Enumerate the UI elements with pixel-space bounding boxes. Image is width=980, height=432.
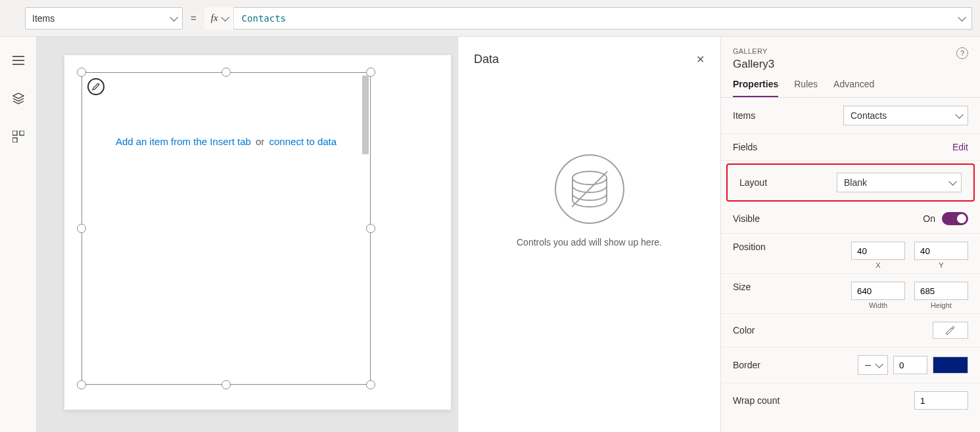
prop-layout-value: Blank xyxy=(844,177,867,188)
formula-input[interactable]: Contacts xyxy=(234,7,972,30)
prop-items-dropdown[interactable]: Contacts xyxy=(843,106,968,125)
position-x-input[interactable] xyxy=(851,242,905,260)
props-control-name: Gallery3 xyxy=(733,58,774,71)
properties-panel: GALLERY Gallery3 ? Properties Rules Adva… xyxy=(720,37,980,432)
layout-highlight: Layout Blank xyxy=(726,163,975,202)
color-picker[interactable] xyxy=(933,322,968,339)
border-style-dropdown[interactable] xyxy=(858,355,888,375)
prop-visible: Visible On xyxy=(721,204,980,234)
data-panel-title: Data xyxy=(474,53,499,66)
fx-button[interactable]: fx xyxy=(204,7,234,30)
resize-handle[interactable] xyxy=(77,224,86,233)
prop-border-label: Border xyxy=(733,360,760,370)
prop-layout-label: Layout xyxy=(739,177,767,188)
resize-handle[interactable] xyxy=(222,68,231,77)
fields-edit-link[interactable]: Edit xyxy=(952,142,968,152)
prop-position: Position X Y xyxy=(721,234,980,274)
prop-items: Items Contacts xyxy=(721,98,980,134)
svg-rect-0 xyxy=(12,131,17,135)
prop-color: Color xyxy=(721,314,980,347)
svg-rect-1 xyxy=(20,131,24,135)
position-y-input[interactable] xyxy=(914,242,968,260)
prop-size: Size Width Height xyxy=(721,274,980,314)
prop-wrap-label: Wrap count xyxy=(733,395,780,406)
prop-color-label: Color xyxy=(733,325,755,335)
prop-visible-label: Visible xyxy=(733,213,760,224)
resize-handle[interactable] xyxy=(366,224,375,233)
resize-handle[interactable] xyxy=(77,380,86,389)
prop-items-label: Items xyxy=(733,110,755,121)
prop-fields-label: Fields xyxy=(733,142,757,152)
width-sublabel: Width xyxy=(851,301,905,309)
resize-handle[interactable] xyxy=(77,68,86,77)
prop-border: Border xyxy=(721,347,980,383)
svg-line-5 xyxy=(572,171,607,207)
x-sublabel: X xyxy=(851,261,905,269)
border-width-input[interactable] xyxy=(893,356,927,374)
tab-rules[interactable]: Rules xyxy=(794,79,818,97)
left-rail xyxy=(0,37,37,432)
resize-handle[interactable] xyxy=(222,380,231,389)
canvas-screen[interactable]: Add an item from the Insert tab or conne… xyxy=(64,55,451,410)
prop-visible-state: On xyxy=(923,213,935,224)
y-sublabel: Y xyxy=(914,261,968,269)
connect-data-link[interactable]: connect to data xyxy=(269,136,337,147)
formula-text: Contacts xyxy=(242,13,286,24)
apps-icon[interactable] xyxy=(11,129,26,144)
pencil-icon[interactable] xyxy=(87,78,105,95)
gallery-control[interactable]: Add an item from the Insert tab or conne… xyxy=(82,72,371,385)
placeholder-text[interactable]: Add an item from the Insert tab xyxy=(116,136,251,147)
tab-advanced[interactable]: Advanced xyxy=(833,79,874,97)
chevron-down-icon xyxy=(221,13,227,24)
prop-layout: Layout Blank xyxy=(734,169,967,196)
help-icon[interactable]: ? xyxy=(956,47,968,59)
resize-handle[interactable] xyxy=(366,380,375,389)
equals-sign: = xyxy=(191,12,197,24)
property-selector-label: Items xyxy=(32,13,55,24)
resize-handle[interactable] xyxy=(366,68,375,77)
wrap-count-input[interactable] xyxy=(914,391,968,410)
chevron-down-icon xyxy=(958,13,964,24)
data-panel: Data ✕ Controls you add will show up her… xyxy=(457,37,720,432)
svg-rect-2 xyxy=(12,138,17,142)
chevron-down-icon xyxy=(955,110,961,121)
chevron-down-icon xyxy=(875,360,881,370)
fx-label: fx xyxy=(211,12,218,24)
prop-position-label: Position xyxy=(733,242,766,252)
border-color-picker[interactable] xyxy=(933,356,968,374)
data-empty-text: Controls you add will show up here. xyxy=(517,237,662,248)
formula-bar: Items = fx Contacts xyxy=(0,0,980,37)
prop-layout-dropdown[interactable]: Blank xyxy=(837,173,962,192)
visible-toggle[interactable] xyxy=(942,212,968,225)
prop-items-value: Contacts xyxy=(851,110,887,121)
props-tabs: Properties Rules Advanced xyxy=(721,71,980,98)
size-width-input[interactable] xyxy=(851,282,905,300)
hamburger-icon[interactable] xyxy=(11,53,26,68)
height-sublabel: Height xyxy=(914,301,968,309)
layers-icon[interactable] xyxy=(11,91,26,106)
property-selector[interactable]: Items xyxy=(25,7,183,30)
database-empty-icon xyxy=(553,153,626,225)
gallery-placeholder: Add an item from the Insert tab or conne… xyxy=(82,136,370,147)
props-eyebrow: GALLERY xyxy=(733,47,774,55)
tab-properties[interactable]: Properties xyxy=(733,79,778,97)
chevron-down-icon xyxy=(170,13,175,24)
placeholder-or: or xyxy=(256,136,264,147)
close-icon[interactable]: ✕ xyxy=(696,53,705,66)
prop-fields: Fields Edit xyxy=(721,134,980,161)
chevron-down-icon xyxy=(948,177,954,188)
size-height-input[interactable] xyxy=(914,282,968,300)
canvas-area[interactable]: Add an item from the Insert tab or conne… xyxy=(37,37,457,432)
prop-wrap-count: Wrap count xyxy=(721,383,980,418)
prop-size-label: Size xyxy=(733,282,751,292)
